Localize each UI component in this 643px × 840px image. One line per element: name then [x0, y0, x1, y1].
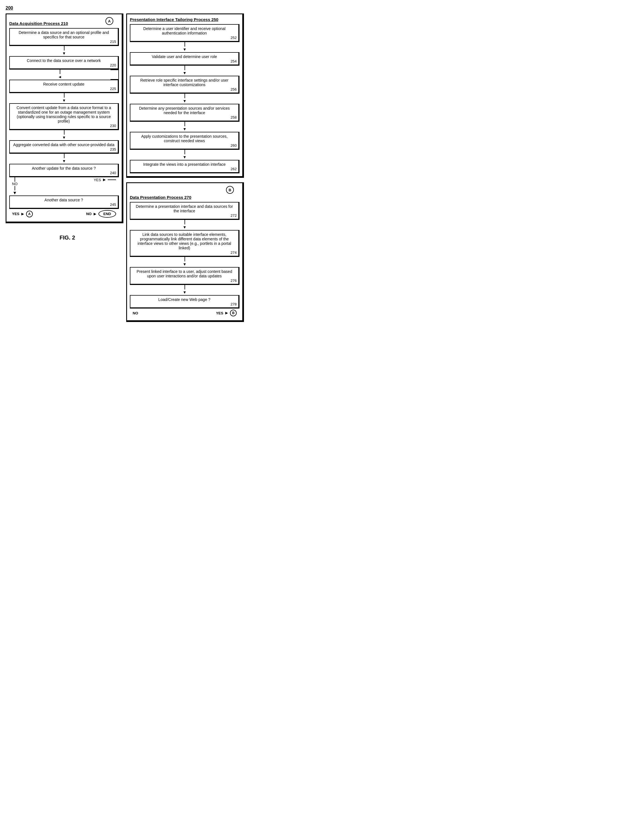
step-258: Determine any presentation sources and/o…	[130, 104, 240, 122]
step-272-text: Determine a presentation interface and d…	[136, 204, 233, 213]
step-274-text: Link data sources to suitable interface …	[138, 232, 231, 250]
step-220-number: 220	[110, 63, 116, 67]
right-column: Presentation Interface Tailoring Process…	[126, 13, 244, 327]
p278-no-label: NO	[133, 311, 138, 315]
step-230: Convert content update from a data sourc…	[9, 103, 119, 130]
s245-yes-label: YES	[12, 212, 20, 216]
step-262-number: 262	[230, 167, 237, 171]
step-256-number: 256	[230, 87, 237, 92]
presentation-section: B Data Presentation Process 270 Determin…	[126, 182, 244, 322]
step-240-text: Another update for the data source ?	[32, 166, 96, 170]
p278-yes-label: YES	[216, 311, 223, 315]
step-235-number: 235	[110, 147, 116, 152]
circle-b-top: B	[226, 186, 234, 194]
s240-no-label: NO	[12, 182, 18, 186]
step-220: Connect to the data source over a networ…	[9, 56, 119, 70]
step-256: Retrieve role specific interface setting…	[130, 76, 240, 94]
step-276: Present linked interface to a user, adju…	[130, 267, 240, 285]
step-278: Load/Create new Web page ? 278	[130, 295, 240, 309]
step-225-text: Receive content update	[43, 82, 85, 87]
data-acquisition-section: A Data Acquisition Process 210 Determine…	[6, 13, 123, 223]
step-272-number: 272	[230, 213, 237, 217]
step-274: Link data sources to suitable interface …	[130, 230, 240, 257]
arrow-head-215-220: ▼	[9, 51, 119, 56]
step-215-number: 215	[110, 39, 116, 44]
page-number: 200	[6, 6, 247, 11]
step-276-text: Present linked interface to a user, adju…	[137, 269, 232, 278]
step-245: Another data source ? 245	[9, 196, 119, 209]
step-258-text: Determine any presentation sources and/o…	[139, 106, 230, 115]
step-260: Apply customizations to the presentation…	[130, 132, 240, 150]
step-260-text: Apply customizations to the presentation…	[141, 134, 227, 143]
step-220-text: Connect to the data source over a networ…	[27, 58, 101, 63]
circle-a-bottom-yes: A	[26, 211, 33, 217]
step-240: Another update for the data source ? 240	[9, 164, 119, 177]
step-274-number: 274	[230, 250, 237, 255]
step-235: Aggregate converted data with other sour…	[9, 140, 119, 154]
step-252: Determine a user identifier and receive …	[130, 24, 240, 42]
step-215-text: Determine a data source and an optional …	[18, 30, 109, 39]
step-230-text: Convert content update from a data sourc…	[16, 105, 111, 123]
step-256-text: Retrieve role specific interface setting…	[140, 78, 228, 87]
step-225-number: 225	[110, 87, 116, 91]
s240-yes-label: YES	[94, 178, 101, 182]
step-230-number: 230	[110, 124, 116, 128]
step-252-text: Determine a user identifier and receive …	[143, 26, 225, 35]
step-252-number: 252	[230, 36, 237, 40]
step-278-text: Load/Create new Web page ?	[158, 297, 211, 302]
step-276-number: 276	[230, 278, 237, 283]
right-top-title: Presentation Interface Tailoring Process…	[130, 17, 240, 22]
tailoring-section: Presentation Interface Tailoring Process…	[126, 13, 244, 178]
step-215: Determine a data source and an optional …	[9, 28, 119, 46]
right-bottom-title: Data Presentation Process 270	[130, 195, 240, 200]
step-245-text: Another data source ?	[44, 198, 83, 202]
step-272: Determine a presentation interface and d…	[130, 202, 240, 220]
step-254: Validate user and determine user role 25…	[130, 52, 240, 65]
s245-no-label: NO	[86, 212, 92, 216]
step-240-number: 240	[110, 171, 116, 175]
step-260-number: 260	[230, 143, 237, 147]
step-262-text: Integrate the views into a presentation …	[143, 162, 225, 167]
step-254-number: 254	[230, 59, 237, 64]
step-225: Receive content update 225	[9, 80, 119, 93]
step-254-text: Validate user and determine user role	[152, 54, 217, 59]
step-278-number: 278	[230, 302, 237, 306]
arrow-215-220	[64, 46, 65, 51]
circle-a-top: A	[105, 17, 113, 25]
end-oval: END	[98, 210, 116, 217]
step-258-number: 258	[230, 115, 237, 119]
step-245-number: 245	[110, 203, 116, 207]
step-262: Integrate the views into a presentation …	[130, 160, 240, 173]
circle-b-bottom: B	[230, 310, 237, 316]
step-235-text: Aggregate converted data with other sour…	[13, 142, 114, 147]
fig-label: FIG. 2	[6, 234, 123, 241]
left-column: A Data Acquisition Process 210 Determine…	[6, 13, 123, 241]
